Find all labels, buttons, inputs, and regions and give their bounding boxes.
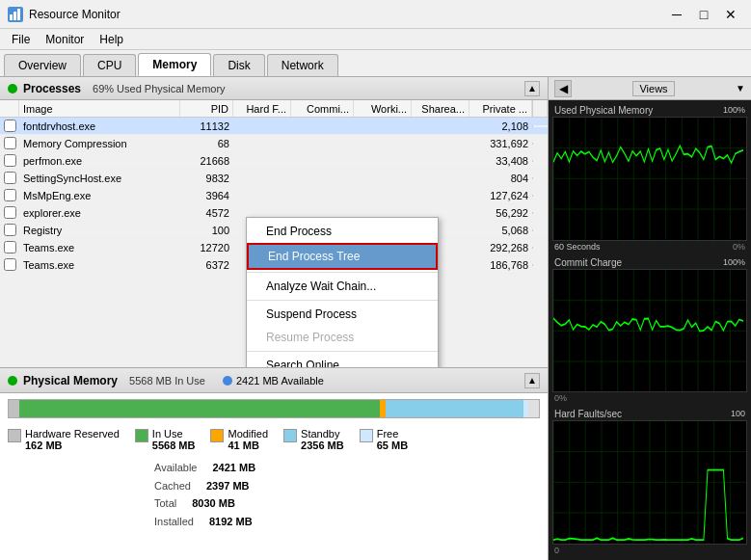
row-scroll — [532, 143, 548, 145]
legend-color — [135, 429, 148, 442]
context-menu-item[interactable]: Search Online — [247, 354, 438, 367]
memory-section-header: Physical Memory 5568 MB In Use 2421 MB A… — [0, 368, 548, 393]
row-scroll — [532, 177, 548, 179]
memory-collapse-btn[interactable]: ▲ — [524, 373, 540, 388]
chart-title: Used Physical Memory — [554, 105, 653, 116]
row-image: perfmon.exe — [19, 154, 180, 168]
stat-label: Total — [154, 494, 176, 513]
chart-pct-top: 100% — [723, 257, 745, 268]
row-hardf — [233, 177, 291, 179]
col-header-pid[interactable]: PID — [180, 100, 233, 117]
row-scroll — [532, 229, 548, 231]
row-working — [354, 143, 412, 145]
tab-disk[interactable]: Disk — [213, 54, 264, 76]
process-section: Processes 69% Used Physical Memory ▲ Ima… — [0, 77, 548, 367]
col-header-working[interactable]: Worki... — [354, 100, 412, 117]
col-header-shareable[interactable]: Sharea... — [412, 100, 469, 117]
chart-pct-top: 100% — [723, 105, 745, 116]
app-icon — [8, 7, 23, 22]
legend-label: Standby2356 MB — [301, 428, 344, 451]
close-button[interactable]: ✕ — [718, 5, 743, 24]
context-menu-item[interactable]: Analyze Wait Chain... — [247, 275, 438, 298]
table-row[interactable]: MsMpEng.exe 3964 127,624 — [0, 187, 548, 204]
tab-memory[interactable]: Memory — [138, 53, 211, 76]
row-commit — [291, 125, 354, 127]
chart-time-label: 60 Seconds — [554, 242, 601, 252]
row-hardf — [233, 125, 291, 127]
row-image: explorer.exe — [19, 206, 180, 220]
expand-button[interactable]: ◀ — [554, 80, 572, 97]
minimize-button[interactable]: ─ — [664, 5, 689, 24]
col-header-private[interactable]: Private ... — [469, 100, 532, 117]
row-scroll — [532, 264, 548, 266]
row-commit — [291, 143, 354, 145]
row-private: 292,268 — [469, 241, 532, 254]
stat-label: Available — [154, 459, 197, 477]
row-pid: 6372 — [180, 258, 233, 272]
col-header-image[interactable]: Image — [19, 100, 180, 117]
row-working — [354, 125, 412, 127]
row-checkbox[interactable] — [4, 172, 16, 184]
row-image: Teams.exe — [19, 258, 180, 272]
maximize-button[interactable]: □ — [691, 5, 716, 24]
row-pid: 12720 — [180, 241, 233, 254]
row-checkbox[interactable] — [4, 206, 16, 219]
memory-stat-row: Total 8030 MB — [154, 494, 540, 513]
memory-bar-segment — [19, 400, 380, 417]
stat-value: 2397 MB — [206, 477, 250, 495]
row-checkbox[interactable] — [4, 241, 16, 253]
tab-overview[interactable]: Overview — [4, 54, 81, 76]
row-image: fontdrvhost.exe — [19, 120, 180, 133]
chart-bottom-row: 0 — [552, 545, 747, 556]
legend-label: Free65 MB — [377, 428, 408, 451]
memory-stat-row: Installed 8192 MB — [154, 513, 540, 531]
row-commit — [291, 177, 354, 179]
row-pid: 4572 — [180, 206, 233, 220]
menu-file[interactable]: File — [4, 31, 38, 48]
row-checkbox[interactable] — [4, 137, 16, 149]
process-collapse-btn[interactable]: ▲ — [524, 81, 540, 96]
menu-help[interactable]: Help — [92, 31, 131, 48]
chart-label: Hard Faults/sec 100 — [552, 408, 747, 420]
left-panel: Processes 69% Used Physical Memory ▲ Ima… — [0, 77, 549, 560]
row-scroll — [532, 160, 548, 162]
row-commit — [291, 160, 354, 162]
row-hardf — [233, 160, 291, 162]
context-menu-item[interactable]: Suspend Process — [247, 303, 438, 326]
svg-rect-2 — [17, 9, 20, 20]
table-row[interactable]: SettingSyncHost.exe 9832 804 — [0, 170, 548, 187]
right-panel-header: ◀ Views ▼ — [549, 77, 751, 100]
context-menu-item[interactable]: End Process — [247, 220, 438, 243]
col-header-hardf[interactable]: Hard F... — [233, 100, 291, 117]
row-checkbox[interactable] — [4, 258, 16, 271]
table-row[interactable]: Memory Compression 68 331,692 — [0, 135, 548, 152]
menu-monitor[interactable]: Monitor — [38, 31, 92, 48]
views-button[interactable]: Views — [632, 81, 674, 96]
row-private: 804 — [469, 172, 532, 185]
views-dropdown[interactable]: ▼ — [736, 83, 745, 93]
chart-pct-bottom: 0 — [554, 546, 559, 555]
legend-color — [210, 429, 224, 442]
legend-label: In Use5568 MB — [152, 428, 196, 451]
table-row[interactable]: perfmon.exe 21668 33,408 — [0, 152, 548, 170]
col-header-commit[interactable]: Commi... — [291, 100, 354, 117]
table-row[interactable]: fontdrvhost.exe 11132 2,108 — [0, 118, 548, 135]
process-status-dot — [8, 84, 17, 93]
row-scroll — [532, 212, 548, 214]
row-checkbox[interactable] — [4, 224, 16, 236]
legend-color — [360, 429, 373, 442]
memory-bar-segment — [9, 400, 19, 417]
chart-container: Used Physical Memory 100% 60 Seconds 0% … — [549, 100, 751, 560]
process-title: Processes — [23, 82, 81, 95]
chart-label: Used Physical Memory 100% — [552, 104, 747, 117]
tab-network[interactable]: Network — [267, 54, 338, 76]
stat-value: 8030 MB — [192, 494, 235, 513]
row-working — [354, 195, 412, 197]
row-pid: 21668 — [180, 154, 233, 168]
tab-cpu[interactable]: CPU — [83, 54, 136, 76]
row-checkbox[interactable] — [4, 189, 16, 201]
context-menu-item[interactable]: End Process Tree — [247, 243, 438, 270]
process-table-header: Image PID Hard F... Commi... Worki... Sh… — [0, 100, 548, 118]
row-checkbox[interactable] — [4, 154, 16, 167]
row-checkbox[interactable] — [4, 120, 16, 132]
